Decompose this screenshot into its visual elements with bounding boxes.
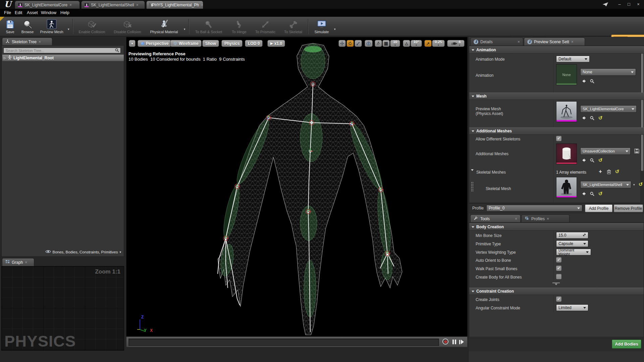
animation-asset-dropdown[interactable]: None (580, 68, 636, 76)
record-button[interactable] (442, 339, 448, 345)
chevron-down-icon[interactable]: ▾ (184, 27, 185, 31)
additional-meshes-thumbnail[interactable] (556, 143, 577, 164)
use-selected-icon[interactable] (581, 191, 586, 196)
create-joints-checkbox[interactable]: ✓ (556, 296, 561, 302)
skeletal-meshes-expand[interactable] (471, 171, 474, 177)
vertex-weighting-dropdown[interactable]: Dominant Weight (556, 249, 591, 255)
tab-sk-lightelementalcore[interactable]: SK_LightElementalCore × (15, 1, 80, 9)
minimize-button[interactable]: – (615, 1, 624, 7)
min-bone-size-input[interactable]: 15.0 (556, 232, 588, 239)
lod-button[interactable]: LOD 0 (245, 40, 263, 47)
trash-icon[interactable] (606, 169, 611, 174)
tab-preview-scene-settings[interactable]: i Preview Scene Sett × (524, 38, 585, 46)
reset-to-default-icon[interactable]: ↺ (598, 115, 603, 121)
graph-panel[interactable]: Zoom 1:1 PHYSICS (1, 266, 124, 351)
camera-speed-button[interactable]: 4▾ (447, 40, 465, 47)
menu-help[interactable]: Help (58, 9, 71, 17)
menu-window[interactable]: Window (39, 9, 58, 17)
viewport-options-button[interactable]: ▾ (129, 40, 136, 47)
tree-item-lightelemental-root[interactable]: ▷ LightElemental_Root (2, 55, 124, 61)
tab-profiles[interactable]: Profiles × (521, 215, 570, 223)
timeline-scrubber[interactable] (128, 339, 439, 346)
walk-past-checkbox[interactable]: ✓ (556, 265, 561, 271)
section-body-creation[interactable]: Body Creation (469, 223, 644, 231)
browse-to-asset-icon[interactable] (589, 191, 595, 196)
section-animation[interactable]: Animation (469, 46, 644, 54)
chevron-down-icon[interactable]: ▾ (68, 27, 69, 31)
feedback-icon[interactable] (602, 2, 608, 8)
reset-to-default-icon[interactable]: ↺ (598, 158, 603, 163)
physical-material-button[interactable]: Physical Material (146, 18, 182, 35)
tree-expand-icon[interactable]: ▷ (4, 56, 6, 60)
grid-snap-button[interactable]: ▦ (382, 40, 390, 47)
close-icon[interactable]: × (547, 217, 549, 221)
browse-to-asset-icon[interactable] (589, 158, 595, 163)
tree-filter-dropdown[interactable]: Bones, Bodies, Constraints, Primitives ▾ (45, 250, 121, 254)
use-selected-icon[interactable] (581, 78, 586, 84)
use-selected-icon[interactable] (581, 158, 586, 163)
section-additional-meshes[interactable]: Additional Meshes (469, 127, 644, 135)
menu-asset[interactable]: Asset (25, 9, 40, 17)
add-bodies-button[interactable]: Add Bodies (612, 340, 641, 349)
chevron-down-icon[interactable]: ▾ (334, 27, 336, 31)
wireframe-view-mode-button[interactable]: Wireframe (170, 40, 202, 47)
profile-dropdown[interactable]: Profile_0 (486, 205, 582, 212)
3d-viewport[interactable]: ▾ Perspective Wireframe Show Physics LOD… (126, 37, 468, 337)
close-icon[interactable]: × (136, 3, 139, 7)
browse-to-asset-icon[interactable] (589, 115, 595, 121)
save-button[interactable]: Save (3, 18, 17, 35)
close-icon[interactable]: × (69, 3, 72, 7)
animation-mode-dropdown[interactable]: Default (556, 56, 590, 62)
search-input[interactable] (4, 49, 115, 53)
coordinate-system-button[interactable] (365, 40, 373, 47)
tab-skeleton-tree[interactable]: Skeleton Tree × (2, 38, 52, 46)
tab-graph[interactable]: Graph × (2, 258, 34, 266)
preview-mesh-thumbnail[interactable] (556, 101, 577, 122)
close-icon[interactable]: × (518, 40, 520, 44)
scale-snap-value-button[interactable]: 0.25▾ (432, 40, 445, 47)
scale-tool-button[interactable] (355, 40, 362, 47)
show-menu-button[interactable]: Show (202, 40, 219, 47)
rotation-snap-value-button[interactable]: 10°▾ (411, 40, 422, 47)
step-forward-button[interactable] (459, 340, 464, 344)
skeletal-mesh-thumbnail[interactable] (556, 177, 577, 198)
angular-mode-dropdown[interactable]: Limited (556, 304, 588, 311)
add-profile-button[interactable]: Add Profile (585, 204, 612, 212)
drag-handle[interactable] (471, 182, 474, 192)
perspective-button[interactable]: Perspective (138, 40, 171, 47)
close-icon[interactable]: × (571, 40, 574, 44)
element-options-icon[interactable]: ▾ (633, 183, 635, 186)
translate-tool-button[interactable] (338, 40, 346, 47)
simulate-button[interactable]: Simulate (311, 18, 332, 35)
browse-to-asset-icon[interactable] (589, 78, 595, 84)
bone-vector-snap-button[interactable] (375, 40, 382, 47)
drag-resize-icon[interactable] (583, 233, 586, 238)
remove-profile-button[interactable]: Remove Profile (614, 204, 643, 212)
section-constraint-creation[interactable]: Constraint Creation (469, 288, 644, 295)
scrollbar-thumb[interactable] (641, 47, 643, 171)
menu-file[interactable]: File (2, 9, 13, 17)
advanced-expander[interactable] (552, 283, 560, 286)
auto-orient-checkbox[interactable]: ✓ (556, 257, 561, 262)
close-icon[interactable]: × (201, 3, 203, 7)
tab-details[interactable]: i Details × (470, 38, 523, 46)
close-icon[interactable]: × (515, 217, 517, 221)
primitive-type-dropdown[interactable]: Capsule (556, 240, 588, 247)
additional-meshes-dropdown[interactable]: UnsavedCollection (580, 147, 631, 155)
playback-speed-button[interactable]: ▶ x1.0 (267, 40, 285, 47)
save-collection-icon[interactable] (634, 148, 640, 155)
tab-sk-lightelementalshell[interactable]: SK_LightElementalShell × (81, 1, 145, 9)
tab-phys-lightelemental[interactable]: PHYS_LightElemental_Ph × (146, 1, 203, 9)
grid-snap-value-button[interactable]: 10▾ (390, 40, 400, 47)
tab-tools[interactable]: Tools × (470, 215, 521, 223)
reset-to-default-icon[interactable]: ↺ (614, 169, 620, 174)
pause-button[interactable] (452, 340, 456, 344)
reset-to-default-icon[interactable]: ↺ (638, 182, 643, 187)
close-icon[interactable]: × (25, 260, 27, 264)
reset-to-default-icon[interactable]: ↺ (598, 191, 603, 196)
preview-mesh-dropdown[interactable]: SK_LightElementalCore (580, 105, 637, 113)
skeletal-mesh-dropdown[interactable]: SK_LightElementalShell (580, 181, 631, 188)
add-element-icon[interactable]: + (598, 169, 603, 174)
use-selected-icon[interactable] (581, 115, 586, 121)
browse-button[interactable]: Browse (19, 18, 36, 35)
